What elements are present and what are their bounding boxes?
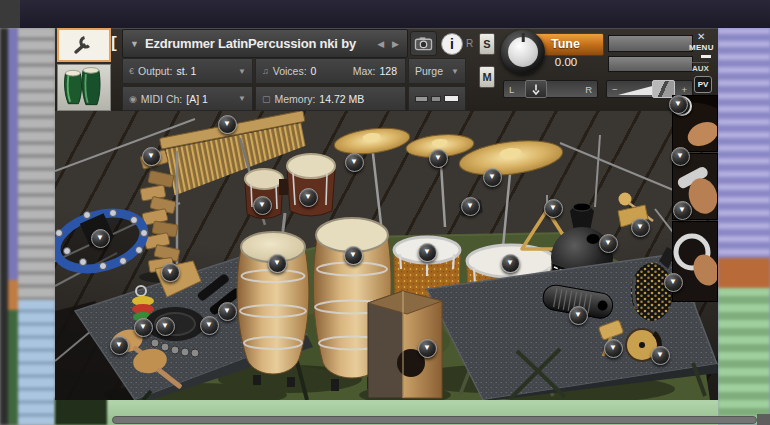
daw-scrollbar-corner xyxy=(757,414,770,425)
frame-drum[interactable] xyxy=(145,307,205,341)
instrument-marker-splash-cymbal-left[interactable]: ▼ xyxy=(345,153,364,172)
purge-label: Purge xyxy=(415,65,443,77)
tune-value[interactable]: 0.00 xyxy=(538,56,594,68)
instrument-marker-conga-open[interactable]: ▼ xyxy=(268,254,287,273)
instrument-marker-photo-thumb-1[interactable]: ▼ xyxy=(669,95,688,114)
memory-value: 14.72 MB xyxy=(319,93,364,105)
level-meters-panel xyxy=(408,86,466,111)
midi-icon: ◉ xyxy=(129,94,137,104)
output-panel[interactable]: € Output: st. 1 ▼ xyxy=(122,58,253,84)
minimize-dash[interactable] xyxy=(701,55,711,58)
daw-horizontal-scrollbar[interactable] xyxy=(112,416,757,424)
instrument-marker-wheel-rattle[interactable]: ▼ xyxy=(651,346,670,365)
memory-icon: ▢ xyxy=(262,94,271,104)
midi-dropdown-icon[interactable]: ▼ xyxy=(238,94,246,103)
tune-knob[interactable] xyxy=(501,30,545,74)
daw-background-track-list xyxy=(0,28,55,425)
wrench-icon xyxy=(72,34,96,56)
pan-handle-icon xyxy=(530,83,542,96)
instrument-marker-timbale-low[interactable]: ▼ xyxy=(501,254,520,273)
instrument-marker-mark-tree[interactable]: ▼ xyxy=(142,147,161,166)
instrument-marker-splash-cymbal-mid[interactable]: ▼ xyxy=(429,149,448,168)
instrument-thumbnail-congas[interactable] xyxy=(57,64,111,111)
meter-bar-1 xyxy=(415,96,428,102)
menu-label[interactable]: MENU xyxy=(689,43,714,52)
instrument-marker-bongo-low[interactable]: ▼ xyxy=(253,196,272,215)
output-meter-left xyxy=(608,35,693,52)
splash-cymbals[interactable] xyxy=(333,124,565,180)
voices-label: Voices: xyxy=(273,65,307,77)
output-dropdown-icon[interactable]: ▼ xyxy=(238,67,246,76)
midi-channel-panel[interactable]: ◉ MIDI Ch: [A] 1 ▼ xyxy=(122,86,253,111)
rack-r-label: R xyxy=(466,38,473,49)
midi-value: [A] 1 xyxy=(186,93,208,105)
instrument-marker-triangle[interactable]: ▼ xyxy=(544,199,563,218)
max-voices-label: Max: xyxy=(353,65,376,77)
instrument-marker-conga-slap[interactable]: ▼ xyxy=(344,246,363,265)
instrument-marker-shekere[interactable]: ▼ xyxy=(664,273,683,292)
pan-right-label: R xyxy=(585,84,592,95)
instrument-marker-wood-block[interactable]: ▼ xyxy=(161,263,180,282)
daw-bottom-left-plugin xyxy=(55,398,107,425)
instrument-title-bar[interactable]: ▼ Ezdrummer LatinPercussion nki by ◀ ▶ xyxy=(122,29,408,58)
aux-button[interactable]: AUX xyxy=(692,62,709,73)
output-meter-right xyxy=(608,56,693,72)
daw-background-top xyxy=(0,0,770,28)
tune-knob-pointer xyxy=(522,33,525,42)
pan-left-label: L xyxy=(509,84,514,95)
info-icon: i xyxy=(450,36,454,52)
volume-minus-label: − xyxy=(612,84,618,95)
prev-instrument-icon[interactable]: ◀ xyxy=(376,39,385,49)
instrument-marker-guiro[interactable]: ▼ xyxy=(569,306,588,325)
voices-panel: ♫ Voices: 0 Max: 128 xyxy=(255,58,406,84)
instrument-marker-bongo-high[interactable]: ▼ xyxy=(299,188,318,207)
instrument-marker-maracas[interactable]: ▼ xyxy=(110,336,129,355)
camera-icon xyxy=(414,35,433,52)
daw-background-arrangement xyxy=(718,28,770,425)
purge-dropdown-icon[interactable]: ▼ xyxy=(451,67,459,76)
output-value: st. 1 xyxy=(176,65,196,77)
instrument-marker-toy-shaker[interactable]: ▼ xyxy=(134,318,153,337)
instrument-marker-hand-castanet[interactable]: ▼ xyxy=(604,339,623,358)
midi-label: MIDI Ch: xyxy=(141,93,182,105)
memory-panel: ▢ Memory: 14.72 MB xyxy=(255,86,406,111)
remove-instrument-button[interactable]: ✕ xyxy=(697,31,705,42)
instrument-marker-udu[interactable]: ▼ xyxy=(599,234,618,253)
next-instrument-icon[interactable]: ▶ xyxy=(391,39,400,49)
volume-plus-label: + xyxy=(681,84,687,95)
voices-value: 0 xyxy=(311,65,317,77)
pan-slider[interactable]: L R xyxy=(503,80,598,98)
performance-view-button[interactable]: PV xyxy=(694,76,712,93)
purge-button[interactable]: Purge ▼ xyxy=(408,58,466,84)
pan-slider-handle[interactable] xyxy=(525,80,547,98)
voices-icon: ♫ xyxy=(262,66,269,76)
instrument-marker-photo-thumb-3[interactable]: ▼ xyxy=(673,201,692,220)
meter-bar-2 xyxy=(431,96,441,102)
memory-label: Memory: xyxy=(275,93,316,105)
snapshot-camera-button[interactable] xyxy=(410,31,437,56)
green-congas-icon xyxy=(59,66,109,109)
instrument-marker-bar-chimes[interactable]: ▼ xyxy=(218,115,237,134)
instrument-marker-splash-cymbal-right[interactable]: ▼ xyxy=(483,168,502,187)
output-icon: € xyxy=(129,66,134,76)
instrument-marker-cowbell[interactable]: ▼ xyxy=(631,218,650,237)
instrument-marker-jam-block[interactable]: ▼ xyxy=(218,302,237,321)
edit-wrench-button[interactable] xyxy=(57,28,111,62)
title-dropdown-icon[interactable]: ▼ xyxy=(130,39,139,49)
instrument-marker-frame-drum[interactable]: ▼ xyxy=(156,317,175,336)
instrument-marker-mounted-tambourine[interactable]: ▼ xyxy=(91,229,110,248)
instrument-marker-mounted-block[interactable]: ▼ xyxy=(461,197,480,216)
instrument-marker-photo-thumb-2[interactable]: ▼ xyxy=(671,147,690,166)
instrument-marker-timbale-high[interactable]: ▼ xyxy=(418,243,437,262)
instrument-marker-cajon[interactable]: ▼ xyxy=(418,339,437,358)
meter-bar-3 xyxy=(444,95,459,102)
solo-button[interactable]: S xyxy=(479,33,495,55)
instrument-marker-claves[interactable]: ▼ xyxy=(200,316,219,335)
instrument-title: Ezdrummer LatinPercussion nki by xyxy=(145,36,370,51)
output-label: Output: xyxy=(138,65,172,77)
info-button[interactable]: i xyxy=(441,33,463,55)
screenshot-root: [ ▼ Ezdrummer LatinPercussion nki by ◀ ▶… xyxy=(0,0,770,425)
mute-button[interactable]: M xyxy=(479,66,495,88)
max-voices-value[interactable]: 128 xyxy=(379,65,399,77)
